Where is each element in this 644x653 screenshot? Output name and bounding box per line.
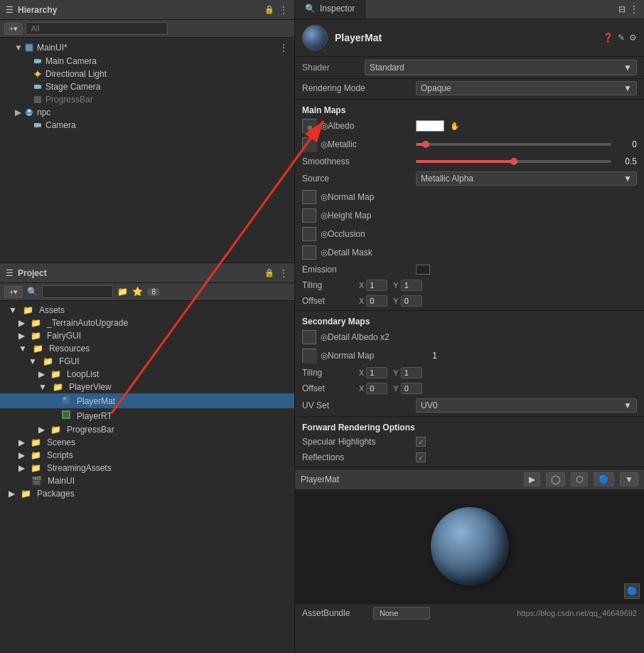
tab-inspector[interactable]: 🔍 Inspector xyxy=(295,0,365,18)
occlusion-texture-icon[interactable] xyxy=(302,227,316,241)
uv-set-label: UV Set xyxy=(302,400,416,410)
asset-item-looplist[interactable]: ▶ 📁 LoopList xyxy=(0,368,294,381)
secondary-tiling-x-field: X xyxy=(359,367,387,378)
project-lock-icon[interactable]: 🔒 xyxy=(264,268,274,277)
metallic-track[interactable] xyxy=(416,143,611,146)
hierarchy-item-stage-camera[interactable]: Stage Camera xyxy=(0,80,294,93)
svg-marker-9 xyxy=(40,85,41,89)
folder-icon[interactable]: 📁 xyxy=(117,287,128,297)
offset-x-input[interactable] xyxy=(366,295,387,307)
asset-item-playerrt[interactable]: PlayerRT xyxy=(0,408,294,423)
secondary-normal-label: ◎Normal Map xyxy=(321,351,374,361)
hierarchy-add-button[interactable]: +▾ xyxy=(4,23,23,35)
metallic-texture-icon[interactable] xyxy=(302,137,316,152)
albedo-color-swatch[interactable] xyxy=(416,120,444,132)
eyedropper-button[interactable]: ✋ xyxy=(450,122,460,131)
smoothness-track[interactable] xyxy=(416,160,611,163)
secondary-tiling-fields: X Y xyxy=(359,367,637,378)
gear-icon[interactable]: ⚙ xyxy=(629,33,637,43)
uv-set-dropdown[interactable]: UV0 ▼ xyxy=(416,398,637,413)
svg-point-12 xyxy=(28,110,31,112)
play-button[interactable]: ▶ xyxy=(524,472,540,487)
asset-item-packages[interactable]: ▶ 📁 Packages xyxy=(0,487,294,500)
source-dropdown[interactable]: Metallic Alpha ▼ xyxy=(416,171,637,186)
hierarchy-item-main-camera[interactable]: Main Camera xyxy=(0,55,294,68)
secondary-tiling-y-input[interactable] xyxy=(401,367,422,378)
project-menu-dots[interactable]: ⋮ xyxy=(279,267,289,279)
detail-mask-texture-icon[interactable] xyxy=(302,245,316,260)
detail-albedo-texture-icon[interactable] xyxy=(302,330,316,344)
fgui-folder-icon: 📁 xyxy=(43,356,53,366)
normal-texture-icon[interactable] xyxy=(302,190,316,204)
asset-item-terrain[interactable]: ▶ 📁 _TerrainAutoUpgrade xyxy=(0,317,294,329)
secondary-normal-texture-icon[interactable] xyxy=(302,349,316,363)
emission-swatch[interactable] xyxy=(416,265,430,275)
menu-dots-icon[interactable]: ⋮ xyxy=(279,4,289,16)
asset-item-mainui-scene[interactable]: 🎬 MainUI xyxy=(0,474,294,487)
hierarchy-item-mainui[interactable]: ▼ MainUI* ⋮ xyxy=(0,41,294,55)
asset-item-fairygui[interactable]: ▶ 📁 FairyGUI xyxy=(0,329,294,342)
project-search-input[interactable] xyxy=(42,285,113,298)
rendering-mode-dropdown[interactable]: Opaque ▼ xyxy=(416,81,637,95)
asset-item-resources[interactable]: ▼ 📁 Resources xyxy=(0,342,294,355)
albedo-texture-icon[interactable]: ▦ xyxy=(302,119,316,133)
source-label: Source xyxy=(302,174,416,184)
edit-icon[interactable]: ✎ xyxy=(618,33,625,43)
specular-checkbox[interactable]: ✓ xyxy=(416,437,426,447)
metallic-slider[interactable]: 0 xyxy=(416,139,637,149)
hamburger-icon[interactable]: ☰ xyxy=(6,5,14,15)
asset-item-playermat[interactable]: PlayerMat xyxy=(0,393,294,408)
preview-bar-name: PlayerMat xyxy=(301,474,518,484)
smoothness-slider[interactable]: 0.5 xyxy=(416,156,637,166)
mainui-menu-dots[interactable]: ⋮ xyxy=(279,42,289,53)
asset-bundle-input[interactable] xyxy=(373,607,430,620)
secondary-tiling-x-input[interactable] xyxy=(366,367,387,378)
hierarchy-item-progressbar[interactable]: ProgressBar xyxy=(0,93,294,106)
reflections-checkbox[interactable]: ✓ xyxy=(416,452,426,462)
color-button[interactable]: 🔵 xyxy=(594,472,614,487)
help-icon[interactable]: ❓ xyxy=(603,33,613,43)
asset-item-assets[interactable]: ▼ 📁 Assets xyxy=(0,304,294,317)
tiling-x-input[interactable] xyxy=(366,280,387,291)
project-hamburger-icon[interactable]: ☰ xyxy=(6,268,14,278)
maximize-icon[interactable]: ⊟ xyxy=(618,4,626,14)
asset-label: LoopList xyxy=(67,369,99,379)
asset-item-scenes[interactable]: ▶ 📁 Scenes xyxy=(0,436,294,449)
star-icon[interactable]: ⭐ xyxy=(132,287,143,297)
hierarchy-item-directional-light[interactable]: Directional Light xyxy=(0,68,294,80)
fairygui-folder-icon: 📁 xyxy=(31,331,41,341)
svg-rect-26 xyxy=(303,331,316,344)
hierarchy-item-camera[interactable]: Camera xyxy=(0,119,294,132)
asset-item-fgui[interactable]: ▼ 📁 FGUI xyxy=(0,355,294,368)
preview-corner-icon[interactable]: 🔵 xyxy=(624,583,640,599)
expand-button[interactable]: ▼ xyxy=(620,472,638,487)
secondary-offset-label: Offset xyxy=(302,383,359,393)
forward-rendering-header: Forward Rendering Options xyxy=(295,418,644,434)
secondary-normal-area: ◎Normal Map xyxy=(302,349,416,363)
secondary-offset-y-input[interactable] xyxy=(401,383,422,394)
shader-dropdown[interactable]: Standard ▼ xyxy=(365,60,637,75)
tab-menu-dots[interactable]: ⋮ xyxy=(630,4,638,14)
secondary-offset-x-input[interactable] xyxy=(366,383,387,394)
tiling-y-input[interactable] xyxy=(401,280,422,291)
metallic-thumb[interactable] xyxy=(422,141,429,148)
uv-set-row: UV Set UV0 ▼ xyxy=(295,396,644,415)
project-add-button[interactable]: +▾ xyxy=(4,286,23,298)
secondary-normal-value: 1 xyxy=(416,351,437,361)
hierarchy-item-npc[interactable]: ▶ npc xyxy=(0,106,294,119)
smoothness-thumb[interactable] xyxy=(510,158,517,165)
svg-rect-1 xyxy=(34,59,40,63)
asset-item-streaming[interactable]: ▶ 📁 StreamingAssets xyxy=(0,462,294,474)
dropdown-arrow: ▼ xyxy=(623,174,632,184)
expand-arrow: ▼ xyxy=(14,43,21,53)
cube-button[interactable]: ⬡ xyxy=(571,472,588,487)
asset-item-scripts[interactable]: ▶ 📁 Scripts xyxy=(0,449,294,462)
hierarchy-search-input[interactable] xyxy=(26,22,168,35)
asset-item-playerview[interactable]: ▼ 📁 PlayerView xyxy=(0,381,294,393)
search-icon[interactable]: 🔍 xyxy=(27,287,38,297)
lock-icon[interactable]: 🔒 xyxy=(264,5,274,14)
offset-y-input[interactable] xyxy=(401,295,422,307)
asset-item-progressbar-proj[interactable]: ▶ 📁 ProgressBar xyxy=(0,423,294,436)
sphere-button[interactable]: ◯ xyxy=(546,472,565,487)
height-texture-icon[interactable] xyxy=(302,208,316,223)
